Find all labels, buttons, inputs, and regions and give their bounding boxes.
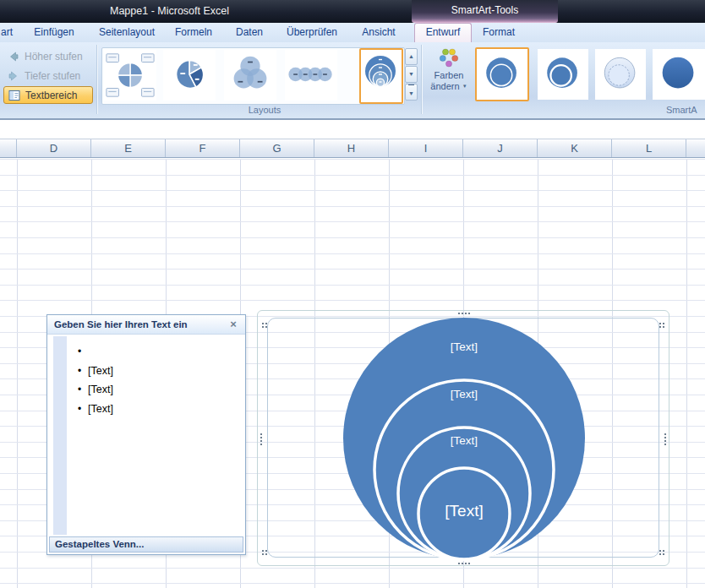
tab-ansicht[interactable]: Ansicht (350, 23, 407, 42)
smartart-styles-group-label: SmartA (666, 105, 697, 115)
smartart-style-2-thumb[interactable] (538, 49, 588, 100)
text-pane-item[interactable]: • [Text] (47, 362, 245, 381)
bullet-icon: • (78, 380, 81, 400)
column-header-F[interactable]: F (166, 139, 240, 157)
style-inset-ring-icon (538, 49, 588, 100)
tab-start-partial[interactable]: art (0, 23, 14, 42)
layouts-gallery (101, 47, 405, 105)
column-header-partial-left[interactable] (0, 139, 17, 157)
dropdown-arrow-icon: ▼ (462, 84, 467, 89)
smartart-style-1-thumb[interactable] (475, 47, 529, 101)
text-pane-footer: Gestapeltes Venn... (49, 536, 243, 553)
stacked-venn-diagram[interactable]: [Text] [Text] [Text] [Text] (258, 311, 670, 567)
stacked-venn-icon (361, 50, 400, 99)
frame-handle-top-left[interactable] (261, 322, 268, 329)
style-light-outline-icon (595, 49, 646, 100)
group-separator (96, 45, 98, 114)
close-icon[interactable]: × (227, 315, 239, 334)
column-header-J[interactable]: J (463, 139, 538, 157)
gallery-more-button[interactable]: ▼ (405, 84, 418, 101)
column-header-G[interactable]: G (240, 139, 314, 157)
smartart-text-pane: Geben Sie hier Ihren Text ein × • • [Tex… (46, 314, 246, 555)
bullet-icon: • (78, 362, 81, 381)
formula-bar-area (0, 120, 705, 139)
tab-entwurf[interactable]: Entwurf (414, 23, 472, 42)
tab-daten[interactable]: Daten (225, 23, 274, 42)
demote-button[interactable]: Tiefer stufen (3, 67, 93, 84)
diagram-text-label[interactable]: [Text] (451, 340, 478, 353)
cycle-matrix-icon (104, 50, 156, 101)
frame-handle-bottom-left[interactable] (261, 549, 268, 556)
tab-format[interactable]: Format (475, 23, 522, 42)
text-pane-body: • • [Text] • [Text] • [Text] (47, 335, 245, 536)
basic-venn-icon (224, 50, 276, 101)
text-pane-item[interactable]: • [Text] (47, 380, 245, 400)
window-title: Mappe1 - Microsoft Excel (110, 0, 229, 23)
promote-button[interactable]: Höher stufen (3, 47, 93, 65)
diagram-text-label[interactable]: [Text] (451, 388, 478, 400)
change-colors-button[interactable]: Farben ändern ▼ (425, 47, 473, 106)
smartart-canvas-frame[interactable]: [Text] [Text] [Text] [Text] (257, 310, 669, 566)
frame-handle-top-right[interactable] (659, 322, 665, 329)
bullet-icon: • (78, 400, 81, 419)
column-headers: D E F G H I J K L (0, 139, 705, 158)
title-bar: Mappe1 - Microsoft Excel SmartArt-Tools (0, 0, 705, 23)
change-colors-icon (439, 47, 459, 68)
text-pane-icon (8, 89, 21, 102)
ribbon: Höher stufen Tiefer stufen Textbereich (0, 42, 705, 120)
arrow-right-icon (7, 69, 20, 83)
diagram-text-label[interactable]: [Text] (445, 502, 483, 520)
layout-linear-venn-thumb[interactable] (285, 50, 337, 101)
frame-handle-top[interactable] (457, 312, 470, 315)
frame-handle-right[interactable] (664, 433, 667, 445)
layout-segmented-pie-thumb[interactable] (163, 50, 216, 101)
tab-formeln[interactable]: Formeln (166, 23, 221, 42)
arrow-left-icon (7, 50, 20, 63)
text-pane-header: Geben Sie hier Ihren Text ein × (47, 315, 245, 335)
smartart-style-3-thumb[interactable] (595, 49, 646, 100)
gallery-scroll-up-button[interactable]: ▲ (405, 48, 418, 65)
layouts-group-label: Layouts (239, 105, 290, 115)
smartart-tools-contextual-label: SmartArt-Tools (412, 0, 558, 23)
column-header-H[interactable]: H (314, 139, 389, 157)
tab-ueberpruefen[interactable]: Überprüfen (277, 23, 347, 42)
frame-handle-left[interactable] (260, 433, 263, 445)
text-pane-toggle-button[interactable]: Textbereich (3, 86, 93, 104)
diagram-text-label[interactable]: [Text] (451, 434, 478, 447)
column-header-I[interactable]: I (389, 139, 463, 157)
layout-cycle-matrix-thumb[interactable] (104, 50, 156, 101)
gallery-scroll-down-button[interactable]: ▼ (405, 66, 418, 83)
style-subtle-outline-icon (477, 49, 527, 100)
frame-handle-bottom-right[interactable] (659, 549, 665, 556)
group-separator (421, 45, 423, 114)
text-pane-item[interactable]: • [Text] (47, 400, 245, 419)
frame-handle-bottom[interactable] (457, 562, 470, 565)
bullet-icon: • (78, 342, 81, 362)
column-header-K[interactable]: K (538, 139, 612, 157)
linear-venn-icon (285, 50, 337, 101)
column-header-partial-right[interactable] (686, 139, 705, 157)
column-header-L[interactable]: L (612, 139, 686, 157)
style-solid-fill-icon (653, 49, 705, 100)
segmented-pie-icon (163, 50, 216, 101)
tab-einfuegen[interactable]: Einfügen (20, 23, 88, 42)
layout-basic-venn-thumb[interactable] (224, 50, 276, 101)
smartart-style-4-thumb[interactable] (653, 49, 705, 100)
ribbon-tab-row: art Einfügen Seitenlayout Formeln Daten … (0, 23, 705, 42)
column-header-E[interactable]: E (91, 139, 166, 157)
column-header-D[interactable]: D (17, 139, 91, 157)
tab-seitenlayout[interactable]: Seitenlayout (90, 23, 164, 42)
layout-stacked-venn-thumb[interactable] (359, 48, 403, 104)
text-pane-item[interactable]: • (47, 342, 245, 362)
